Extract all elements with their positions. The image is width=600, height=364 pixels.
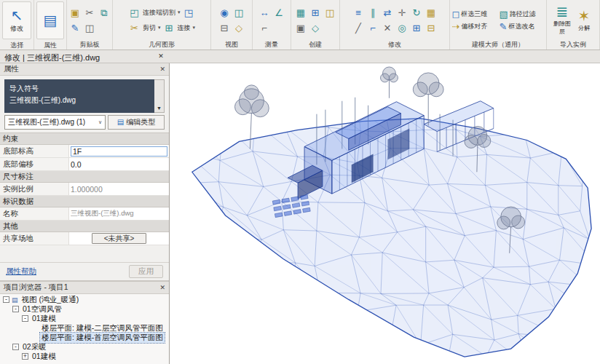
offset-align-button[interactable]: ⇢ 偏移对齐	[452, 22, 497, 31]
offset-button[interactable]: ∥	[367, 7, 379, 19]
delete-layers-button[interactable]: ≣ 删除图层	[553, 4, 572, 36]
tree-item-modeling[interactable]: - 01建模	[0, 314, 169, 323]
delete-button[interactable]: ✕	[382, 22, 394, 34]
paste-button[interactable]: ▣	[69, 7, 82, 19]
panel-label-clipboard[interactable]: 剪贴板	[67, 40, 112, 50]
join-end-cut-button[interactable]: ◰	[128, 7, 141, 19]
create-group-button[interactable]: ▦	[295, 7, 307, 19]
tree-item-plan-level2[interactable]: 楼层平面: 建模-二层空调风管平面图	[0, 323, 169, 333]
base-level-input[interactable]: 1F	[71, 146, 167, 157]
section-constraints[interactable]: 约束	[0, 133, 169, 145]
join-end-cut-label[interactable]: 连接端切割	[143, 8, 175, 17]
panel-label-modify[interactable]: 修改	[340, 40, 449, 50]
expand-icon[interactable]: +	[22, 353, 28, 360]
contextual-close-icon[interactable]: ✕	[156, 51, 166, 61]
edit-type-button[interactable]: ▤ 编辑类型	[108, 115, 165, 130]
property-row-instance-scale: 实例比例 1.000000	[0, 183, 169, 196]
name-value[interactable]: 三维视图-(三维).dwg	[69, 207, 169, 220]
collapse-icon[interactable]: -	[12, 306, 19, 312]
properties-close-icon[interactable]: ✕	[159, 66, 165, 73]
tree-item-heating[interactable]: - 02采暖	[0, 342, 169, 352]
type-preview-dropdown[interactable]: ▼	[154, 79, 165, 113]
array-button[interactable]: ▦	[425, 7, 438, 19]
shared-site-button[interactable]: <未共享>	[92, 233, 147, 244]
clipboard-extra-icon: ◫	[85, 23, 94, 33]
type-preview[interactable]: 导入符号 三维视图-(三维).dwg ▼	[4, 79, 165, 113]
align-icon: ≡	[355, 8, 361, 17]
tree-item-heating-modeling[interactable]: + 01建模	[0, 352, 169, 361]
override-button[interactable]: ⊟	[218, 22, 231, 34]
create-parts-button[interactable]: ▣	[295, 22, 307, 34]
join-end-cut-caret-icon[interactable]: ▾	[178, 9, 181, 15]
tree-item-label: 楼层平面: 建模-二层空调风管平面图	[40, 323, 165, 333]
panel-label-create[interactable]: 创建	[291, 40, 339, 50]
hide-button[interactable]: ◫	[233, 7, 245, 19]
angle-button[interactable]: ∠	[273, 7, 285, 19]
tree-item-plan-level1[interactable]: 楼层平面: 建模-首层空调风管平面图	[0, 333, 169, 342]
section-other[interactable]: 其他	[0, 221, 169, 232]
create-extra-button[interactable]: ◇	[309, 22, 322, 34]
collapse-icon[interactable]: -	[12, 344, 19, 350]
join-geometry-button[interactable]: ⊞	[163, 22, 175, 34]
project-browser-close-icon[interactable]: ✕	[159, 284, 165, 291]
align-button[interactable]: ≡	[352, 7, 365, 19]
delete-icon: ✕	[384, 23, 392, 33]
collapse-icon[interactable]: -	[3, 296, 9, 303]
tree-item-label: 视图 (鸿业_暖通)	[20, 295, 81, 305]
create-similar-button[interactable]: ⊞	[309, 7, 322, 19]
geometry-extra-button[interactable]: ◳	[183, 7, 195, 19]
property-row-name: 名称 三维视图-(三维).dwg	[0, 207, 169, 221]
dimension-button[interactable]: ⌐	[258, 22, 271, 34]
measure-button[interactable]: ↔	[258, 7, 271, 19]
model-3d-view[interactable]	[170, 63, 600, 364]
create-assembly-button[interactable]: ◫	[324, 7, 336, 19]
join-geometry-caret-icon[interactable]: ▾	[193, 25, 196, 31]
base-offset-value[interactable]: 0.0	[69, 158, 169, 170]
panel-label-properties[interactable]: 属性	[34, 41, 66, 50]
tree-item-hvac-duct[interactable]: - 01空调风管	[0, 304, 169, 314]
visibility-button[interactable]: ◉	[218, 7, 231, 19]
cut-geometry-caret-icon[interactable]: ▾	[158, 25, 161, 31]
unjoin-icon: ⊟	[427, 23, 435, 33]
join-geometry-label[interactable]: 连接	[178, 23, 191, 33]
panel-label-geometry[interactable]: 几何图形	[113, 40, 210, 50]
panel-label-select[interactable]: 选择	[0, 41, 33, 50]
section-identity[interactable]: 标识数据	[0, 196, 169, 207]
join-button[interactable]: ⊞	[411, 22, 423, 34]
cut-geometry-label[interactable]: 剪切	[143, 23, 156, 33]
unjoin-button[interactable]: ⊟	[425, 22, 438, 34]
box-rename-button[interactable]: ✎ 框选改名	[500, 22, 545, 31]
properties-help-link[interactable]: 属性帮助	[6, 266, 36, 277]
path-filter-button[interactable]: ▧ 路径过滤	[500, 9, 545, 19]
match-type-button[interactable]: ✎	[69, 22, 82, 34]
clipboard-extra-button[interactable]: ◫	[84, 22, 96, 34]
copy-button[interactable]: ⧉	[98, 7, 111, 19]
move-button[interactable]: ✛	[396, 7, 408, 19]
mirror-button[interactable]: ⇄	[382, 7, 394, 19]
panel-label-measure[interactable]: 测量	[253, 40, 291, 50]
type-selector-dropdown[interactable]: 三维视图-(三维).dwg (1) ∨	[4, 115, 106, 130]
modify-button[interactable]: ↖ 修改	[2, 1, 31, 39]
cut-button[interactable]: ✂	[84, 7, 96, 19]
box-select-3d-button[interactable]: ◻ 框选三维	[452, 9, 497, 19]
section-dimensions[interactable]: 尺寸标注	[0, 171, 169, 183]
properties-button[interactable]: ▤	[36, 1, 64, 39]
pin-button[interactable]: ◎	[396, 22, 408, 34]
collapse-icon[interactable]: -	[22, 315, 28, 322]
panel-label-import-instance[interactable]: 导入实例	[547, 40, 599, 50]
panel-label-view[interactable]: 视图	[211, 40, 252, 50]
explode-button[interactable]: ✶ 分解	[575, 9, 594, 32]
create-assembly-icon: ◫	[325, 8, 334, 17]
apply-button[interactable]: 应用	[129, 265, 163, 278]
panel-label-master[interactable]: 建模大师（通用）	[450, 40, 546, 50]
type-selector-chevron-icon: ∨	[98, 119, 102, 125]
view-extra-button[interactable]: ◇	[233, 22, 245, 34]
rotate-button[interactable]: ↻	[411, 7, 423, 19]
explode-label: 分解	[578, 24, 590, 32]
modify-button-label: 修改	[10, 24, 23, 33]
trim-button[interactable]: ⌐	[367, 22, 379, 34]
drawing-area[interactable]	[170, 63, 600, 364]
cut-geometry-button[interactable]: ✂	[128, 22, 141, 34]
split-button[interactable]: ╱	[352, 22, 365, 34]
tree-item-views[interactable]: - ▤ 视图 (鸿业_暖通)	[0, 295, 169, 304]
